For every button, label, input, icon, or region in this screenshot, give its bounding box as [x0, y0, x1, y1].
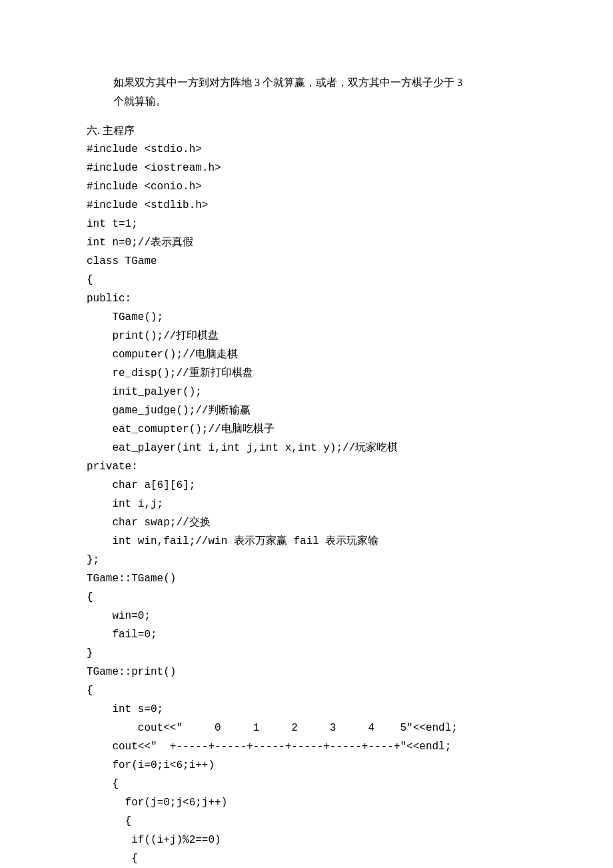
code-line: eat_player(int i,int j,int x,int y);//玩家…	[87, 442, 398, 454]
code-line: int t=1;	[87, 218, 138, 230]
document-page: 如果双方其中一方到对方阵地 3 个就算赢，或者，双方其中一方棋子少于 3 个就算…	[0, 0, 613, 868]
code-line: computer();//电脑走棋	[87, 349, 238, 361]
code-line: win=0;	[87, 610, 151, 622]
section-title: 六. 主程序	[87, 121, 526, 140]
code-line: int win,fail;//win 表示万家赢 fail 表示玩家输	[87, 535, 378, 547]
code-line: int i,j;	[87, 498, 163, 510]
code-line: init_palyer();	[87, 386, 202, 398]
code-line: {	[87, 815, 131, 827]
code-line: {	[87, 685, 93, 697]
code-line: eat_comupter();//电脑吃棋子	[87, 423, 275, 435]
code-line: char a[6][6];	[87, 479, 195, 491]
code-line: };	[87, 554, 99, 566]
code-block: #include <stdio.h> #include <iostream.h>…	[87, 140, 526, 868]
code-line: #include <stdlib.h>	[87, 199, 208, 211]
code-line: class TGame	[87, 255, 157, 267]
code-line: cout<<" 0 1 2 3 4 5"<<endl;	[87, 722, 458, 734]
code-line: re_disp();//重新打印棋盘	[87, 367, 253, 379]
code-line: #include <conio.h>	[87, 181, 202, 193]
code-line: print();//打印棋盘	[87, 330, 219, 342]
code-line: int n=0;//表示真假	[87, 237, 193, 249]
code-line: TGame::TGame()	[87, 573, 176, 585]
code-line: TGame();	[87, 311, 163, 323]
code-line: int s=0;	[87, 703, 163, 715]
code-line: public:	[87, 293, 131, 305]
code-line: char swap;//交换	[87, 517, 211, 529]
code-line: fail=0;	[87, 629, 157, 641]
code-line: for(j=0;j<6;j++)	[87, 797, 227, 809]
intro-line-1: 如果双方其中一方到对方阵地 3 个就算赢，或者，双方其中一方棋子少于 3	[113, 73, 526, 92]
code-line: game_judge();//判断输赢	[87, 405, 251, 417]
code-line: {	[87, 853, 138, 865]
code-line: TGame::print()	[87, 666, 176, 678]
spacer	[87, 111, 526, 121]
code-line: #include <stdio.h>	[87, 143, 202, 155]
code-line: {	[87, 274, 93, 286]
code-line: {	[87, 778, 119, 790]
code-line: }	[87, 647, 93, 659]
intro-line-2: 个就算输。	[113, 92, 526, 111]
code-line: if((i+j)%2==0)	[87, 834, 221, 846]
code-line: for(i=0;i<6;i++)	[87, 759, 215, 771]
intro-block: 如果双方其中一方到对方阵地 3 个就算赢，或者，双方其中一方棋子少于 3 个就算…	[87, 73, 526, 111]
code-line: private:	[87, 461, 138, 473]
code-line: {	[87, 591, 93, 603]
code-line: cout<<" +-----+-----+-----+-----+-----+-…	[87, 741, 451, 753]
code-line: #include <iostream.h>	[87, 162, 221, 174]
